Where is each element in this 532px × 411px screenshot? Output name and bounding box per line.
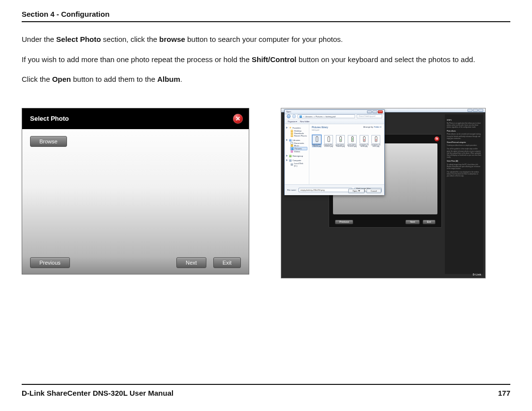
text: button to search your computer for your …: [185, 35, 343, 43]
section-header: Section 4 - Configuration: [22, 10, 510, 22]
file-name: green-battery-256x256.png: [335, 144, 345, 148]
arrange-label: Arrange by:: [364, 126, 374, 128]
file-thumbnail[interactable]: green-battery-256x256.png: [335, 135, 345, 148]
document-icon: [291, 142, 293, 144]
close-icon[interactable]: ✕: [434, 137, 439, 141]
open-button[interactable]: Open: [348, 189, 365, 193]
nav-group-favorites[interactable]: Favorites: [286, 127, 307, 129]
help-side-panel: STEP 1 My Photos is an application that …: [445, 114, 483, 274]
window-maximize-icon[interactable]: [372, 110, 377, 113]
chevron-down-icon: [358, 190, 360, 192]
browse-button[interactable]: Browse: [30, 136, 67, 147]
nav-item-localdisk[interactable]: Local Disk (C:): [290, 162, 307, 167]
figure-open-dialog-context: ✕ Previous Next Exit Open: [281, 108, 486, 278]
dialog-title: Open: [286, 110, 291, 113]
close-icon[interactable]: ✕: [233, 114, 243, 124]
text: Under the: [22, 35, 56, 43]
side-text: Photo albums can be created and managed …: [447, 133, 481, 139]
paragraph-3: Click the Open button to add them to the…: [22, 74, 510, 85]
homegroup-icon: [289, 155, 292, 157]
file-list-pane: Pictures library battery-psd empty-batte…: [309, 124, 384, 184]
side-text: To upload images from the PC's local dri…: [447, 164, 481, 170]
nav-group-homegroup[interactable]: Homegroup: [286, 155, 307, 157]
arrange-value[interactable]: Folder ▾: [374, 126, 381, 128]
filename-input[interactable]: empty-battery-256x256.png: [299, 188, 352, 192]
nav-item-pictures[interactable]: Pictures: [290, 147, 307, 150]
file-thumbnail[interactable]: red-battery-256x256.png: [359, 135, 369, 148]
pictures-icon: [299, 115, 302, 118]
text: button on your keyboard and select the p…: [297, 55, 475, 64]
breadcrumb-item[interactable]: Pictures: [316, 115, 323, 118]
paragraph-1: Under the Select Photo section, click th…: [22, 34, 510, 45]
nav-item-recent[interactable]: Recent Places: [290, 135, 307, 137]
file-thumbnail[interactable]: empty-battery-256x256.png: [312, 135, 322, 148]
side-heading: Select Photo (All): [447, 160, 481, 162]
window-minimize-icon[interactable]: [367, 110, 372, 113]
file-name: empty-battery-256x256.png: [312, 144, 322, 148]
modal-titlebar: Select Photo ✕: [22, 108, 249, 129]
filename-label: File name:: [287, 189, 297, 191]
modal-title: Select Photo: [30, 115, 69, 122]
file-thumbnail[interactable]: empty-battery-512x512.png: [324, 135, 333, 148]
bold: Open: [52, 75, 71, 83]
nav-item-music[interactable]: Music: [290, 144, 307, 147]
cancel-button[interactable]: Cancel: [366, 189, 381, 193]
text: Click the: [22, 75, 52, 83]
library-icon: [289, 139, 292, 141]
next-button[interactable]: Next: [405, 220, 419, 224]
bold: browse: [159, 35, 185, 43]
body-text: Under the Select Photo section, click th…: [22, 34, 510, 85]
paragraph-2: If you wish to add more than one photo r…: [22, 54, 510, 66]
address-bar-row: « Libraries ▸ Pictures ▸ battery-psd Sea…: [285, 114, 384, 119]
text: If you wish to add more than one photo r…: [22, 55, 252, 64]
window-maximize-icon[interactable]: [473, 109, 478, 112]
text: button to add them to the: [71, 75, 157, 83]
nav-back-icon[interactable]: [287, 114, 291, 118]
footer-product: D-Link ShareCenter DNS-320L User Manual: [22, 389, 173, 397]
file-name: green-battery-512x512.png: [347, 144, 357, 148]
side-heading: Shared Photo and categories: [447, 141, 481, 143]
file-thumbnail[interactable]: green-battery-512x512.png: [347, 135, 357, 148]
breadcrumb-item[interactable]: battery-psd: [326, 115, 335, 118]
nav-pane: Favorites Desktop Downloads Recent Place…: [285, 124, 309, 184]
brand-logo: D-Link: [473, 273, 481, 276]
bold: Album: [157, 75, 180, 83]
side-text: Creating an album here is a simple proce…: [447, 144, 481, 146]
nav-item-videos[interactable]: Videos: [290, 150, 307, 153]
open-file-dialog: Open « Libraries ▸ Pictures: [284, 109, 385, 195]
dialog-toolbar: Organize ▾ New folder: [285, 119, 384, 124]
nav-group-libraries[interactable]: Libraries: [286, 139, 307, 141]
window-close-icon[interactable]: [378, 110, 383, 113]
nav-forward-icon[interactable]: [292, 114, 296, 118]
search-input[interactable]: Search battery-psd: [357, 114, 382, 118]
folder-icon: [291, 132, 293, 135]
file-name: empty-battery-512x512.png: [324, 144, 333, 148]
thumbnail-row: empty-battery-256x256.pngempty-battery-5…: [312, 135, 382, 148]
exit-button[interactable]: Exit: [213, 257, 241, 268]
breadcrumb-item[interactable]: Libraries: [305, 115, 312, 118]
star-icon: [289, 127, 292, 129]
pictures-icon: [291, 147, 294, 150]
page-number: 177: [498, 389, 510, 397]
text: section, click the: [101, 35, 159, 43]
window-close-icon[interactable]: [478, 109, 483, 112]
text: .: [180, 75, 182, 83]
file-thumbnail[interactable]: red-battery-512x512.png: [371, 135, 381, 148]
new-folder-button[interactable]: New folder: [300, 120, 309, 123]
organize-menu[interactable]: Organize ▾: [288, 120, 297, 123]
dialog-titlebar: Open: [285, 110, 384, 114]
figure-select-photo-modal: Select Photo ✕ Browse Previous Next Exit: [22, 108, 249, 274]
folder-icon: [291, 135, 293, 137]
exit-button[interactable]: Exit: [423, 220, 435, 224]
video-icon: [291, 150, 293, 153]
previous-button[interactable]: Previous: [30, 257, 70, 268]
side-text: The uploaded file is now displayed in th…: [447, 171, 481, 177]
breadcrumb[interactable]: « Libraries ▸ Pictures ▸ battery-psd: [298, 114, 355, 118]
arrange-by: Arrange by: Folder ▾: [364, 126, 381, 128]
side-heading: STEP 1: [447, 119, 481, 121]
next-button[interactable]: Next: [176, 257, 206, 268]
nav-group-computer[interactable]: Computer: [286, 159, 307, 162]
window-minimize-icon[interactable]: [467, 109, 472, 112]
previous-button[interactable]: Previous: [335, 220, 353, 224]
side-text: My Photos is an application that allows …: [447, 122, 481, 129]
